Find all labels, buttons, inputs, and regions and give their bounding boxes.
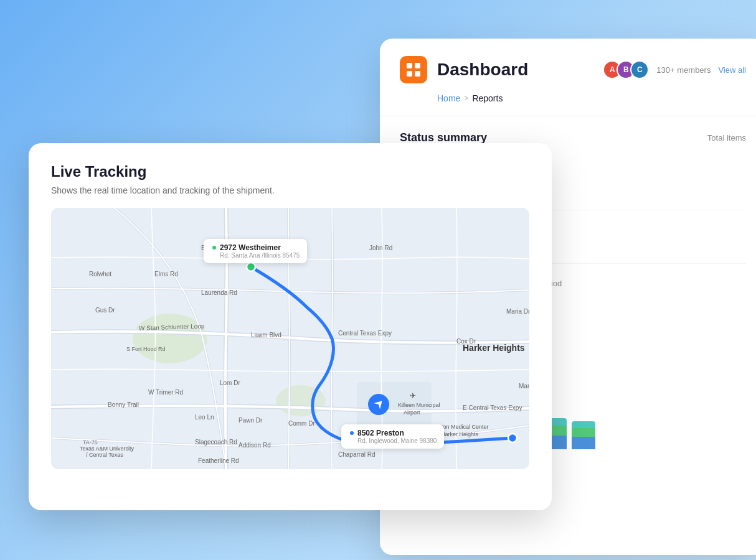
bar-seg-blue bbox=[572, 437, 595, 449]
avatar-stack: A B C bbox=[603, 60, 649, 79]
svg-text:Maria Dr: Maria Dr bbox=[506, 308, 529, 315]
page-title: Dashboard bbox=[437, 60, 593, 80]
svg-text:Elms Rd: Elms Rd bbox=[154, 271, 178, 278]
origin-popup: 2972 Westheimer Rd. Santa Ana /Illinois … bbox=[204, 239, 307, 263]
total-items-label: Total items bbox=[707, 133, 746, 142]
svg-text:Leo Ln: Leo Ln bbox=[195, 414, 214, 421]
avatar: C bbox=[630, 60, 649, 79]
svg-text:Killeen Municipal: Killeen Municipal bbox=[398, 402, 440, 408]
svg-text:S Fort Hood Rd: S Fort Hood Rd bbox=[126, 346, 166, 352]
svg-text:Lawm Blvd: Lawm Blvd bbox=[251, 332, 281, 338]
svg-text:Rolwhet: Rolwhet bbox=[89, 271, 111, 278]
dashboard-header: Dashboard A B C 130+ members View all bbox=[380, 39, 756, 93]
svg-rect-2 bbox=[407, 71, 412, 77]
breadcrumb-home[interactable]: Home bbox=[437, 93, 460, 103]
svg-text:TA-75: TA-75 bbox=[83, 439, 98, 446]
tracking-title: Live Tracking bbox=[51, 163, 529, 180]
svg-text:Gus Dr: Gus Dr bbox=[95, 307, 115, 314]
svg-text:Slagecoach Rd: Slagecoach Rd bbox=[195, 439, 237, 446]
dashboard-logo-icon bbox=[400, 56, 427, 83]
svg-text:Laurenda Rd: Laurenda Rd bbox=[201, 289, 237, 296]
status-summary-title: Status summary bbox=[400, 131, 487, 144]
svg-text:Chaparral Rd: Chaparral Rd bbox=[338, 451, 375, 458]
svg-text:Texas A&M University: Texas A&M University bbox=[80, 446, 135, 452]
svg-text:Comm Dr: Comm Dr bbox=[288, 420, 315, 427]
svg-text:Harker Heights: Harker Heights bbox=[463, 343, 525, 353]
svg-text:E Central Texas Expy: E Central Texas Expy bbox=[463, 404, 522, 411]
origin-marker bbox=[247, 263, 255, 271]
bar-seg-teal bbox=[572, 421, 595, 428]
origin-subtitle: Rd. Santa Ana /Illinois 85475 bbox=[211, 252, 300, 259]
destination-marker bbox=[508, 434, 517, 442]
svg-text:Central Texas Expy: Central Texas Expy bbox=[338, 330, 392, 337]
svg-text:Maria Dr: Maria Dr bbox=[519, 383, 529, 390]
svg-rect-1 bbox=[415, 63, 420, 68]
destination-subtitle: Rd. Inglewood, Maine 98380 bbox=[349, 437, 437, 444]
bar-seg-green bbox=[572, 428, 595, 437]
breadcrumb-current: Reports bbox=[472, 93, 503, 103]
svg-text:John Rd: John Rd bbox=[369, 245, 392, 251]
svg-text:Featherline Rd: Featherline Rd bbox=[198, 457, 239, 464]
svg-text:Airport: Airport bbox=[404, 409, 420, 416]
origin-dot bbox=[211, 245, 217, 251]
svg-text:Harker Heights: Harker Heights bbox=[441, 431, 479, 437]
tracking-panel: Live Tracking Shows the real time locati… bbox=[29, 143, 552, 510]
tracking-subtitle: Shows the real time location and trackin… bbox=[51, 185, 529, 195]
breadcrumb: Home > Reports bbox=[380, 93, 756, 116]
origin-title: 2972 Westheimer bbox=[220, 243, 281, 252]
status-header: Status summary Total items bbox=[400, 131, 746, 144]
destination-dot bbox=[349, 430, 355, 436]
members-area: A B C 130+ members View all bbox=[603, 60, 746, 79]
svg-text:Lom Dr: Lom Dr bbox=[220, 380, 240, 386]
svg-text:W Trimer Rd: W Trimer Rd bbox=[148, 389, 183, 396]
breadcrumb-separator: > bbox=[464, 94, 468, 103]
svg-text:Addison Rd: Addison Rd bbox=[239, 442, 271, 449]
svg-text:/ Central Texas: / Central Texas bbox=[86, 452, 123, 458]
destination-popup: 8502 Preston Rd. Inglewood, Maine 98380 bbox=[341, 424, 444, 449]
view-all-link[interactable]: View all bbox=[718, 65, 746, 75]
svg-rect-0 bbox=[407, 63, 412, 68]
svg-text:✈: ✈ bbox=[410, 391, 416, 400]
svg-text:Bonny Trail: Bonny Trail bbox=[108, 401, 139, 408]
destination-title: 8502 Preston bbox=[357, 429, 404, 437]
svg-text:Pawn Dr: Pawn Dr bbox=[239, 417, 263, 424]
members-count: 130+ members bbox=[656, 65, 711, 75]
bar-group-7 bbox=[572, 421, 595, 449]
svg-rect-3 bbox=[415, 71, 420, 77]
map-container: W Stan Schlumter Loop Bonny Trail TA-75 … bbox=[51, 208, 529, 469]
